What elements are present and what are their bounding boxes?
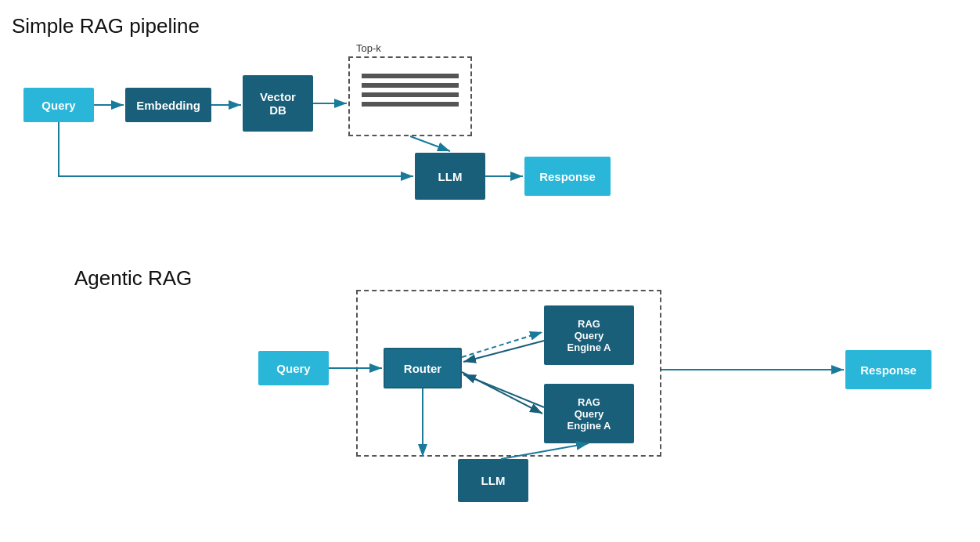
- agentic-rag-engine-b-box: RAG Query Engine A: [544, 384, 634, 443]
- doc-line-3: [362, 92, 459, 97]
- simple-rag-response-box: Response: [524, 157, 611, 196]
- simple-rag-llm-box: LLM: [415, 153, 485, 200]
- simple-rag-embedding-box: Embedding: [125, 88, 211, 122]
- agentic-rag-engine-a-box: RAG Query Engine A: [544, 305, 634, 365]
- topk-label: Top-k: [356, 42, 381, 54]
- agentic-rag-query-box: Query: [258, 351, 329, 385]
- agentic-rag-router-box: Router: [384, 348, 462, 388]
- topk-container: Top-k: [348, 56, 472, 136]
- simple-rag-vectordb-box: Vector DB: [243, 75, 313, 132]
- agentic-rag-title: Agentic RAG: [74, 266, 192, 291]
- agentic-rag-llm-box: LLM: [458, 459, 528, 502]
- doc-line-1: [362, 74, 459, 78]
- doc-line-4: [362, 102, 459, 107]
- doc-line-2: [362, 83, 459, 88]
- arrow-topk-llm: [410, 136, 450, 151]
- simple-rag-title: Simple RAG pipeline: [12, 14, 200, 38]
- diagram-container: Simple RAG pipeline Agentic RAG Query Em…: [0, 0, 980, 542]
- simple-rag-query-box: Query: [23, 88, 94, 122]
- agentic-rag-response-box: Response: [845, 350, 931, 389]
